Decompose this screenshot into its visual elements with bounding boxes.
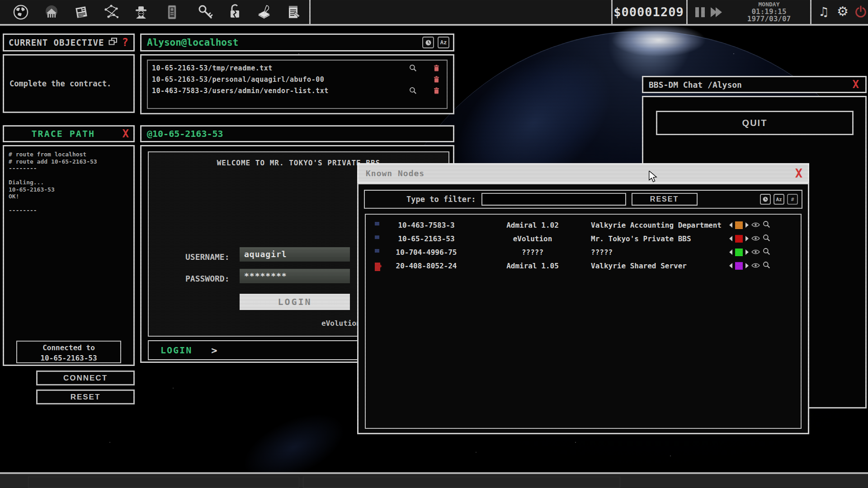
hardware-card-icon[interactable] <box>162 3 182 22</box>
sort-alphabetical-button[interactable]: Az <box>438 37 449 48</box>
taskbar-slot[interactable] <box>303 477 620 488</box>
files-panel-body: 10-65-2163-53/tmp/readme.txt 10-65-2163-… <box>140 54 454 114</box>
gear-icon[interactable]: ⚙ <box>833 2 853 21</box>
username-field[interactable]: aquagirl <box>240 247 350 262</box>
bbs-command-text: LOGIN <box>160 345 192 356</box>
node-name: Valkyrie Accounting Department <box>585 221 729 230</box>
sort-by-time-button[interactable] <box>760 194 771 205</box>
toolbar-separator <box>686 0 688 24</box>
quit-button[interactable]: QUIT <box>656 111 854 135</box>
eye-icon[interactable] <box>751 248 760 257</box>
broken-lock-icon[interactable] <box>225 3 245 22</box>
connect-button[interactable]: CONNECT <box>36 371 135 385</box>
magnifier-icon[interactable] <box>409 64 417 74</box>
files-list: 10-65-2163-53/tmp/readme.txt 10-65-2163-… <box>147 60 448 109</box>
sort-by-time-button[interactable] <box>422 37 434 48</box>
node-row[interactable]: 10-65-2163-53 eVolution Mr. Tokyo's Priv… <box>366 232 801 245</box>
filter-reset-button[interactable]: RESET <box>632 193 698 206</box>
chat-close-icon[interactable]: X <box>853 79 859 90</box>
connection-status-line1: Connected to <box>17 343 120 353</box>
node-row[interactable]: 10-463-7583-3 Admiral 1.02 Valkyrie Acco… <box>366 218 801 232</box>
power-icon[interactable] <box>851 2 868 21</box>
trace-reset-button[interactable]: RESET <box>36 389 135 404</box>
file-row[interactable]: 10-463-7583-3/users/admin/vendor-list.tx… <box>148 85 447 96</box>
node-color-swatch[interactable] <box>735 235 743 243</box>
trace-close-icon[interactable]: X <box>123 128 129 139</box>
node-software: Admiral 1.05 <box>481 262 585 270</box>
file-row[interactable]: 10-65-2163-53/personal/aquagirl/abufo-00 <box>148 74 447 85</box>
chevron-right-icon: > <box>211 345 217 356</box>
pause-icon[interactable] <box>695 7 705 17</box>
color-next-icon[interactable] <box>745 236 749 241</box>
file-path: 10-65-2163-53/tmp/readme.txt <box>152 64 273 72</box>
file-row[interactable]: 10-65-2163-53/tmp/readme.txt <box>148 62 447 74</box>
journal-icon[interactable] <box>254 3 274 22</box>
known-nodes-close-icon[interactable]: X <box>795 167 802 179</box>
window-restore-icon[interactable] <box>108 38 118 47</box>
magnifier-icon[interactable] <box>763 261 770 271</box>
terminal-line: OK! <box>9 193 97 200</box>
file-path: 10-463-7583-3/users/admin/vendor-list.tx… <box>152 87 329 95</box>
node-number: 10-65-2163-53 <box>386 235 467 243</box>
magnifier-icon[interactable] <box>409 87 417 96</box>
terminal-line: 10-65-2163-53 <box>9 186 97 193</box>
node-software: eVolution <box>481 235 585 243</box>
world-map-icon[interactable] <box>11 3 31 22</box>
connection-status-line2: 10-65-2163-53 <box>17 353 120 363</box>
color-next-icon[interactable] <box>745 249 749 255</box>
node-software: Admiral 1.02 <box>481 221 585 230</box>
spy-icon[interactable] <box>131 3 151 22</box>
login-button[interactable]: LOGIN <box>240 294 350 310</box>
mouse-cursor <box>647 171 658 184</box>
top-toolbar: $00001209 MONDAY 01:19:15 1977/03/07 ♫ ⚙ <box>0 0 868 26</box>
objective-help-icon[interactable]: ? <box>122 37 129 48</box>
color-prev-icon[interactable] <box>729 222 732 228</box>
eye-icon[interactable] <box>751 262 760 270</box>
eye-icon[interactable] <box>751 221 760 230</box>
bbs-panel-header: @10-65-2163-53 <box>140 125 454 142</box>
node-color-swatch[interactable] <box>735 262 743 270</box>
color-next-icon[interactable] <box>745 263 749 268</box>
color-prev-icon[interactable] <box>729 236 732 241</box>
notes-icon[interactable] <box>284 3 304 22</box>
sort-numeric-button[interactable]: # <box>787 194 798 205</box>
known-nodes-titlebar[interactable]: Known Nodes X <box>357 163 809 183</box>
network-graph-icon[interactable] <box>101 3 121 22</box>
color-next-icon[interactable] <box>745 222 749 228</box>
key-icon[interactable] <box>195 3 215 22</box>
earth-sun-glare <box>611 23 706 57</box>
terminal-line: -------- <box>9 207 97 214</box>
city-icon[interactable] <box>42 3 61 22</box>
node-row[interactable]: 20-408-8052-24 Admiral 1.05 Valkyrie Sha… <box>366 259 801 272</box>
trace-path-header: TRACE PATH X <box>3 125 135 142</box>
node-name: ????? <box>585 248 729 257</box>
magnifier-icon[interactable] <box>763 234 770 244</box>
chat-panel-header: BBS-DM Chat /Alyson X <box>642 76 867 93</box>
taskbar-slot[interactable] <box>28 477 299 488</box>
toolbar-separator <box>611 0 613 24</box>
color-prev-icon[interactable] <box>729 263 732 268</box>
trash-icon[interactable] <box>434 76 439 84</box>
objective-title: CURRENT OBJECTIVE <box>9 38 104 47</box>
fast-forward-icon[interactable] <box>711 7 722 17</box>
node-row[interactable]: 10-704-4996-75 ????? ????? <box>366 245 801 259</box>
sort-alphabetical-button[interactable]: Az <box>774 194 784 205</box>
magnifier-icon[interactable] <box>763 248 770 257</box>
trash-icon[interactable] <box>434 87 439 96</box>
password-field[interactable]: ******** <box>240 269 350 283</box>
game-clock: MONDAY 01:19:15 1977/03/07 <box>729 1 809 23</box>
node-color-swatch[interactable] <box>735 249 743 256</box>
toolbar-separator <box>810 0 811 24</box>
nodes-table: 10-463-7583-3 Admiral 1.02 Valkyrie Acco… <box>365 214 802 429</box>
eye-icon[interactable] <box>751 235 760 243</box>
node-number: 10-704-4996-75 <box>386 248 467 257</box>
known-nodes-window: Known Nodes X Type to filter: RESET Az # <box>357 163 809 434</box>
filter-input[interactable] <box>481 193 626 206</box>
bbs-panel-title: @10-65-2163-53 <box>147 128 223 139</box>
node-color-swatch[interactable] <box>735 221 743 229</box>
color-prev-icon[interactable] <box>729 249 732 255</box>
magnifier-icon[interactable] <box>763 221 770 230</box>
trash-icon[interactable] <box>434 65 439 73</box>
music-icon[interactable]: ♫ <box>814 2 834 21</box>
news-icon[interactable] <box>71 3 91 22</box>
